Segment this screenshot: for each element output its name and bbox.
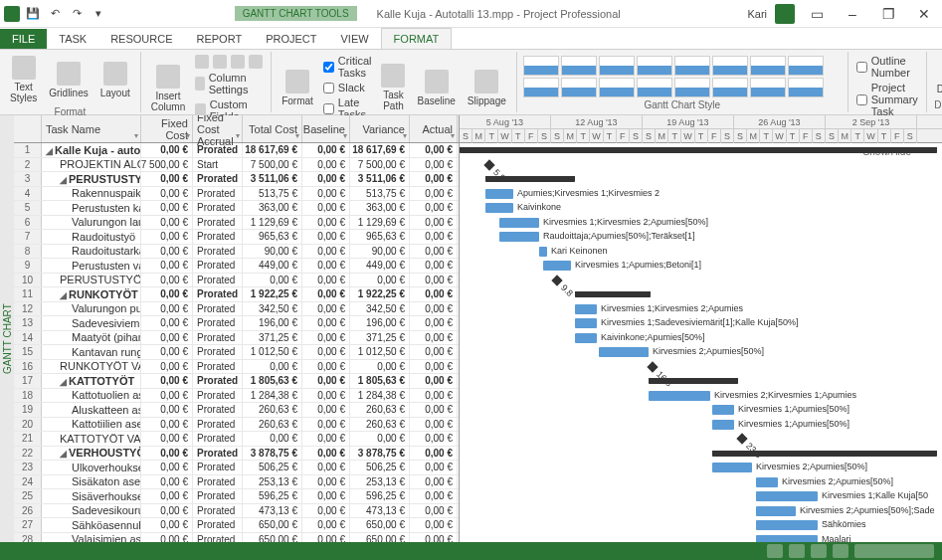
actual-cell[interactable]: 0,00 € xyxy=(410,475,458,489)
task-bar[interactable]: Kirvesmies 1;Kirvesmies 2;Apumies xyxy=(575,304,597,314)
task-bar[interactable]: Kaivinkone;Apumies[50%] xyxy=(575,333,597,343)
fixed-cost-cell[interactable]: 0,00 € xyxy=(141,302,193,316)
variance-cell[interactable]: 260,63 € xyxy=(350,403,410,417)
task-name-cell[interactable]: Sadevesiviemär xyxy=(42,316,141,330)
task-tab[interactable]: TASK xyxy=(47,29,98,49)
align-buttons[interactable] xyxy=(193,54,265,70)
accrual-cell[interactable]: Prorated xyxy=(193,259,243,273)
table-row[interactable]: 15Kantavan rungo0,00 €Prorated1 012,50 €… xyxy=(14,345,459,360)
actual-cell[interactable]: 0,00 € xyxy=(410,418,458,432)
style-swatch[interactable] xyxy=(523,56,559,76)
total-cost-cell[interactable]: 1 129,69 € xyxy=(243,216,302,230)
accrual-cell[interactable]: Prorated xyxy=(193,432,243,446)
task-name-cell[interactable]: Maatyöt (pihan xyxy=(42,331,141,345)
fixed-cost-cell[interactable]: 0,00 € xyxy=(141,345,193,359)
fixed-cost-cell[interactable]: 0,00 € xyxy=(141,259,193,273)
total-cost-cell[interactable]: 342,50 € xyxy=(243,302,302,316)
summary-bar[interactable] xyxy=(485,176,575,182)
slack-checkbox[interactable]: Slack xyxy=(321,81,374,94)
actual-cell[interactable]: 0,00 € xyxy=(410,331,458,345)
baseline-cell[interactable]: 0,00 € xyxy=(302,230,350,244)
actual-cell[interactable]: 0,00 € xyxy=(410,374,458,388)
style-swatch[interactable] xyxy=(750,78,786,97)
variance-cell[interactable]: 1 012,50 € xyxy=(350,345,410,359)
style-swatch[interactable] xyxy=(637,56,672,76)
table-row[interactable]: 10PERUSTUSTYÖT VA0,00 €Prorated0,00 €0,0… xyxy=(14,274,459,288)
variance-cell[interactable]: 1 129,69 € xyxy=(350,216,410,230)
actual-cell[interactable]: 0,00 € xyxy=(410,403,458,417)
task-bar[interactable]: Kirvesmies 1;Kalle Kuja[50 xyxy=(756,491,818,501)
zoom-slider[interactable] xyxy=(854,544,934,558)
baseline-cell[interactable]: 0,00 € xyxy=(302,216,350,230)
baseline-cell[interactable]: 0,00 € xyxy=(302,245,350,259)
table-row[interactable]: 11◢RUNKOTYÖT0,00 €Prorated1 922,25 €0,00… xyxy=(14,287,459,302)
total-cost-cell[interactable]: 0,00 € xyxy=(243,432,302,446)
task-name-cell[interactable]: Kattotuolien ase xyxy=(42,389,141,403)
accrual-cell[interactable]: Prorated xyxy=(193,461,243,474)
variance-cell[interactable]: 18 617,69 € xyxy=(350,143,410,157)
baseline-cell[interactable]: 0,00 € xyxy=(302,287,350,301)
milestone[interactable]: 16.8 xyxy=(647,361,658,372)
accrual-cell[interactable]: Prorated xyxy=(193,389,243,403)
actual-cell[interactable]: 0,00 € xyxy=(410,447,458,461)
table-row[interactable]: 3◢PERUSTUSTYÖT0,00 €Prorated3 511,06 €0,… xyxy=(14,172,459,187)
fixedcostaccrual-header[interactable]: Fixed Cost Accrual▾ xyxy=(193,115,243,142)
style-swatch[interactable] xyxy=(788,78,824,97)
total-cost-cell[interactable]: 1 284,38 € xyxy=(243,389,302,403)
fixed-cost-cell[interactable]: 0,00 € xyxy=(141,475,193,489)
task-bar[interactable]: Kirvesmies 1;Kirvesmies 2;Apumies[50%] xyxy=(499,218,539,228)
format-button[interactable]: Format xyxy=(278,68,317,108)
style-swatch[interactable] xyxy=(523,78,559,97)
accrual-cell[interactable]: Prorated xyxy=(193,216,243,230)
total-cost-cell[interactable]: 473,13 € xyxy=(243,504,302,518)
fixed-cost-cell[interactable]: 0,00 € xyxy=(141,245,193,259)
baseline-cell[interactable]: 0,00 € xyxy=(302,403,350,417)
table-row[interactable]: 27Sähköasennuks0,00 €Prorated650,00 €0,0… xyxy=(14,518,459,533)
total-cost-cell[interactable]: 363,00 € xyxy=(243,201,302,215)
table-row[interactable]: 9Perustusten val0,00 €Prorated449,00 €0,… xyxy=(14,259,459,274)
file-tab[interactable]: FILE xyxy=(0,29,47,49)
table-row[interactable]: 26Sadevesikouruj0,00 €Prorated473,13 €0,… xyxy=(14,504,459,519)
baseline-cell[interactable]: 0,00 € xyxy=(302,360,350,374)
fixed-cost-cell[interactable]: 0,00 € xyxy=(141,447,193,461)
user-avatar[interactable] xyxy=(775,4,795,24)
baseline-cell[interactable]: 0,00 € xyxy=(302,461,350,474)
gridlines-button[interactable]: Gridlines xyxy=(45,60,92,100)
variance-cell[interactable]: 506,25 € xyxy=(350,461,410,474)
accrual-cell[interactable]: Prorated xyxy=(193,287,243,301)
total-cost-cell[interactable]: 650,00 € xyxy=(243,518,302,532)
summary-bar[interactable] xyxy=(712,451,937,457)
actual-cell[interactable]: 0,00 € xyxy=(410,360,458,374)
task-name-cell[interactable]: Perustusten val xyxy=(42,259,141,273)
task-name-cell[interactable]: Sadevesikouruj xyxy=(42,504,141,518)
task-name-cell[interactable]: Rakennuspaikan xyxy=(42,187,141,201)
variance-header[interactable]: Variance▾ xyxy=(350,115,410,142)
resource-tab[interactable]: RESOURCE xyxy=(98,29,184,49)
baseline-cell[interactable]: 0,00 € xyxy=(302,345,350,359)
baseline-cell[interactable]: 0,00 € xyxy=(302,504,350,518)
variance-cell[interactable]: 449,00 € xyxy=(350,259,410,273)
table-row[interactable]: 5Perustusten kai0,00 €Prorated363,00 €0,… xyxy=(14,201,459,216)
baseline-header[interactable]: Baseline▾ xyxy=(302,115,350,142)
summary-bar[interactable] xyxy=(575,291,651,297)
table-row[interactable]: 7Raudoitustyö0,00 €Prorated965,63 €0,00 … xyxy=(14,230,459,245)
view-tab[interactable]: VIEW xyxy=(328,29,380,49)
accrual-cell[interactable]: Prorated xyxy=(193,518,243,532)
total-cost-cell[interactable]: 90,00 € xyxy=(243,245,302,259)
totalcost-header[interactable]: Total Cost▾ xyxy=(243,115,302,142)
task-name-cell[interactable]: Perustusten kai xyxy=(42,201,141,215)
total-cost-cell[interactable]: 3 878,75 € xyxy=(243,447,302,461)
critical-tasks-checkbox[interactable]: Critical Tasks xyxy=(321,54,374,80)
actual-cell[interactable]: 0,00 € xyxy=(410,143,458,157)
style-swatch[interactable] xyxy=(712,78,748,97)
baseline-cell[interactable]: 0,00 € xyxy=(302,389,350,403)
total-cost-cell[interactable]: 513,75 € xyxy=(243,187,302,201)
task-bar[interactable]: Raudoittaja;Apumies[50%];Teräkset[1] xyxy=(499,232,539,242)
fixed-cost-cell[interactable]: 0,00 € xyxy=(141,461,193,474)
accrual-cell[interactable]: Prorated xyxy=(193,230,243,244)
table-row[interactable]: 18Kattotuolien ase0,00 €Prorated1 284,38… xyxy=(14,389,459,404)
table-row[interactable]: 20Kattotiilien asen0,00 €Prorated260,63 … xyxy=(14,418,459,433)
accrual-cell[interactable]: Prorated xyxy=(193,201,243,215)
actual-cell[interactable]: 0,00 € xyxy=(410,489,458,503)
variance-cell[interactable]: 0,00 € xyxy=(350,274,410,287)
